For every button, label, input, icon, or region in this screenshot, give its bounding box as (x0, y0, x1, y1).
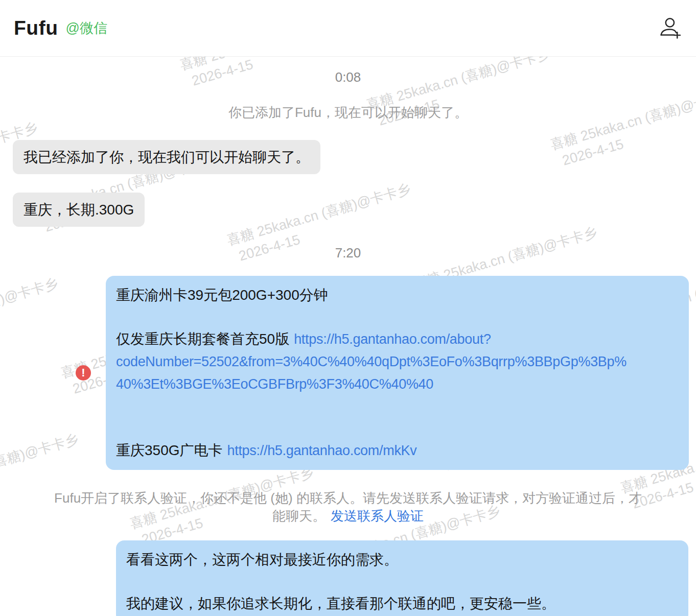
message-line: 重庆渝州卡39元包200G+300分钟 (116, 284, 679, 306)
link-text: codeNumber=52502&from=3%40C%40%40qDpt%3E… (116, 354, 627, 369)
offer-link-mkkv[interactable]: https://h5.gantanhao.com/mkKv (227, 443, 417, 458)
received-message-bubble: 重庆，长期.300G (13, 193, 145, 227)
contact-name: Fufu (14, 17, 58, 39)
link-text: 40%3Et%3BGE%3EoCGBFBrp%3F3%40C%40%40 (116, 376, 433, 392)
verification-notice: Fufu开启了联系人验证，你还不是他 (她) 的联系人。请先发送联系人验证请求，… (52, 489, 644, 525)
message-text: 重庆350G广电卡 (116, 442, 223, 458)
sent-message-row: ! 重庆渝州卡39元包200G+300分钟 仅发重庆长期套餐首充50版https… (0, 276, 696, 470)
sent-message-bubble: 看看这两个，这两个相对最接近你的需求。 我的建议，如果你追求长期化，直接看那个联… (116, 540, 688, 616)
message-line: 我的建议，如果你追求长期化，直接看那个联通的吧，更安稳一些。 (126, 593, 678, 614)
add-contact-icon[interactable] (656, 15, 682, 41)
system-message-added: 你已添加了Fufu，现在可以开始聊天了。 (52, 104, 644, 122)
chat-window: 喜糖 25kaka.cn (喜糖)@卡卡乡2026-4-15喜糖 25kaka.… (0, 0, 696, 616)
message-line: 看看这两个，这两个相对最接近你的需求。 (126, 549, 678, 571)
blank-line (116, 395, 679, 417)
link-text: https://h5.gantanhao.com/about? (294, 331, 491, 347)
chat-header: Fufu @微信 (0, 0, 696, 57)
message-line: 重庆350G广电卡https://h5.gantanhao.com/mkKv (116, 439, 679, 462)
timestamp: 7:20 (0, 245, 696, 261)
platform-tag: @微信 (65, 19, 107, 37)
blank-line (126, 571, 678, 593)
sent-message-bubble: 重庆渝州卡39元包200G+300分钟 仅发重庆长期套餐首充50版https:/… (106, 276, 689, 470)
send-verification-link[interactable]: 发送联系人验证 (331, 508, 424, 524)
exclamation-glyph: ! (81, 366, 85, 380)
blank-line (116, 306, 679, 328)
blank-line (116, 417, 679, 439)
send-failed-icon[interactable]: ! (76, 365, 91, 381)
message-text: 仅发重庆长期套餐首充50版 (116, 331, 289, 347)
timestamp: 0:08 (0, 69, 696, 85)
message-list: 0:08 你已添加了Fufu，现在可以开始聊天了。 我已经添加了你，现在我们可以… (0, 69, 696, 616)
received-message-bubble: 我已经添加了你，现在我们可以开始聊天了。 (13, 140, 320, 174)
message-line: 仅发重庆长期套餐首充50版https://h5.gantanhao.com/ab… (116, 328, 679, 395)
